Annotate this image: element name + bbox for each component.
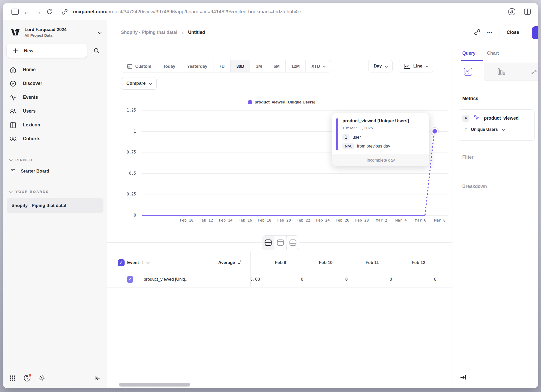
report-type-tabs bbox=[452, 63, 538, 81]
sidebar-item-lexicon[interactable]: Lexicon bbox=[3, 118, 107, 132]
aggregation-dropdown[interactable]: Unique Users bbox=[471, 127, 498, 132]
reader-settings-icon[interactable] bbox=[506, 6, 518, 17]
collapse-sidebar-icon[interactable] bbox=[94, 375, 101, 382]
sidebar: Lord Farquaad 2024 All Project Data New … bbox=[3, 20, 107, 388]
your-boards-section-header[interactable]: YOUR BOARDS bbox=[3, 186, 107, 197]
y-axis-tick: 1 bbox=[110, 129, 136, 134]
range-yesterday[interactable]: Yesterday bbox=[181, 60, 213, 72]
range-3m[interactable]: 3M bbox=[250, 60, 268, 72]
divider bbox=[250, 271, 251, 287]
tab-chart[interactable]: Chart bbox=[487, 51, 499, 56]
range-30d-selected[interactable]: 30D bbox=[231, 60, 250, 72]
sidebar-item-users[interactable]: Users bbox=[3, 104, 107, 118]
funnels-report-tab[interactable] bbox=[484, 63, 519, 81]
range-7d[interactable]: 7D bbox=[213, 60, 231, 72]
range-today[interactable]: Today bbox=[157, 60, 181, 72]
range-label: XTD bbox=[311, 64, 320, 69]
new-button-label: New bbox=[24, 48, 33, 54]
sidebar-item-cohorts[interactable]: Cohorts bbox=[3, 132, 107, 146]
page-link-icon bbox=[59, 6, 70, 17]
url-host: mixpanel.com bbox=[73, 9, 106, 15]
y-axis-tick: 0.75 bbox=[110, 150, 136, 155]
granularity-dropdown[interactable]: Day bbox=[368, 60, 393, 72]
copy-link-icon[interactable] bbox=[474, 29, 481, 36]
table-row[interactable]: ✓ product_viewed [Uniq... 0.03 0 0 0 0 bbox=[107, 271, 452, 287]
address-bar[interactable]: mixpanel.com/project/3472420/view/397469… bbox=[73, 9, 503, 15]
select-all-checkbox[interactable]: ✓ bbox=[118, 259, 125, 266]
back-button[interactable]: ← bbox=[21, 6, 32, 17]
breadcrumb-page[interactable]: Untitled bbox=[188, 30, 205, 35]
new-button[interactable]: New bbox=[7, 44, 87, 58]
compare-label: Compare bbox=[126, 81, 146, 86]
breadcrumb-board[interactable]: Shopify - Piping that data! bbox=[121, 30, 177, 35]
report-canvas: Custom Today Yesterday 7D 30D 3M 6M 12M … bbox=[107, 45, 452, 388]
sidebar-item-events[interactable]: Events bbox=[3, 90, 107, 104]
chevron-down-icon bbox=[149, 81, 152, 85]
event-column-header[interactable]: Event bbox=[127, 260, 139, 265]
layout-table-only-toggle[interactable] bbox=[287, 236, 299, 250]
line-chart-icon bbox=[403, 63, 410, 69]
tooltip-date: Tue Mar 11, 2025 bbox=[342, 126, 424, 130]
layout-chart-only-toggle[interactable] bbox=[274, 236, 287, 250]
range-12m[interactable]: 12M bbox=[286, 60, 306, 72]
more-options-icon[interactable]: ••• bbox=[487, 30, 493, 35]
pinned-section-header[interactable]: PINNED bbox=[3, 155, 107, 165]
close-button[interactable]: Close bbox=[507, 30, 519, 35]
project-switcher[interactable]: Lord Farquaad 2024 All Project Data bbox=[3, 20, 107, 40]
reload-button[interactable] bbox=[44, 6, 55, 17]
metric-card[interactable]: A product_viewed # Unique Users bbox=[458, 109, 535, 141]
sidebar-item-board-shopify[interactable]: Shopify - Piping that data! bbox=[7, 198, 103, 213]
tab-query[interactable]: Query bbox=[462, 51, 476, 56]
chevron-down-icon[interactable] bbox=[146, 261, 150, 264]
range-label: 7D bbox=[219, 64, 225, 69]
sort-icon[interactable] bbox=[237, 259, 243, 266]
average-column-header[interactable]: Average bbox=[204, 260, 235, 265]
range-6m[interactable]: 6M bbox=[268, 60, 286, 72]
range-xtd[interactable]: XTD bbox=[306, 60, 331, 72]
compass-icon bbox=[9, 80, 17, 87]
breakdown-section-label[interactable]: Breakdown bbox=[462, 184, 487, 189]
row-value: 0 bbox=[408, 277, 452, 282]
book-icon bbox=[9, 122, 17, 128]
tooltip-delta-label: from previous day bbox=[357, 144, 390, 149]
insights-report-tab[interactable] bbox=[452, 63, 484, 81]
sidebar-item-discover[interactable]: Discover bbox=[3, 77, 107, 90]
search-button[interactable] bbox=[90, 44, 103, 58]
horizontal-scrollbar[interactable] bbox=[119, 383, 190, 387]
range-custom[interactable]: Custom bbox=[121, 60, 157, 72]
split-view-icon[interactable] bbox=[522, 6, 533, 17]
y-axis-tick: 0.25 bbox=[110, 192, 136, 197]
chevron-down-icon bbox=[323, 64, 326, 68]
flows-report-tab[interactable] bbox=[519, 63, 538, 81]
cohorts-icon bbox=[9, 136, 17, 142]
search-icon bbox=[94, 48, 100, 54]
divider bbox=[250, 252, 251, 271]
gear-icon[interactable] bbox=[39, 375, 46, 383]
compare-button[interactable]: Compare bbox=[121, 77, 157, 90]
y-axis-tick: 0 bbox=[110, 213, 136, 218]
browser-sidebar-toggle-icon[interactable] bbox=[9, 6, 21, 17]
forward-button[interactable]: → bbox=[32, 6, 44, 17]
breakdown-table: ✓ Event 1 Average Feb 9 Feb 10 bbox=[107, 254, 452, 287]
chart-legend[interactable]: product_viewed [Unique Users] bbox=[248, 100, 315, 105]
line-chart-icon bbox=[464, 68, 472, 76]
sidebar-item-label: Cohorts bbox=[23, 136, 40, 142]
browser-toolbar: ← → mixpanel.com/project/3472420/view/39… bbox=[3, 3, 538, 20]
tooltip-value: 1 bbox=[342, 134, 349, 140]
filter-section-label[interactable]: Filter bbox=[462, 155, 474, 160]
chart-type-dropdown[interactable]: Line bbox=[398, 60, 433, 72]
users-icon bbox=[9, 108, 17, 114]
collapse-panel-icon[interactable] bbox=[460, 374, 466, 382]
layout-split-toggle[interactable] bbox=[262, 236, 274, 250]
metrics-section-label: Metrics bbox=[462, 96, 478, 101]
row-checkbox[interactable]: ✓ bbox=[127, 276, 133, 283]
help-icon[interactable] bbox=[23, 375, 31, 383]
sidebar-item-home[interactable]: Home bbox=[3, 63, 107, 77]
save-button-partial[interactable] bbox=[532, 26, 538, 39]
apps-grid-icon[interactable] bbox=[9, 375, 16, 382]
row-value: 0 bbox=[275, 277, 319, 282]
sidebar-item-starter-board[interactable]: Starter Board bbox=[3, 165, 107, 177]
mixpanel-logo-icon bbox=[9, 27, 20, 38]
data-point-mar-11[interactable] bbox=[432, 128, 438, 134]
granularity-label: Day bbox=[374, 64, 382, 69]
